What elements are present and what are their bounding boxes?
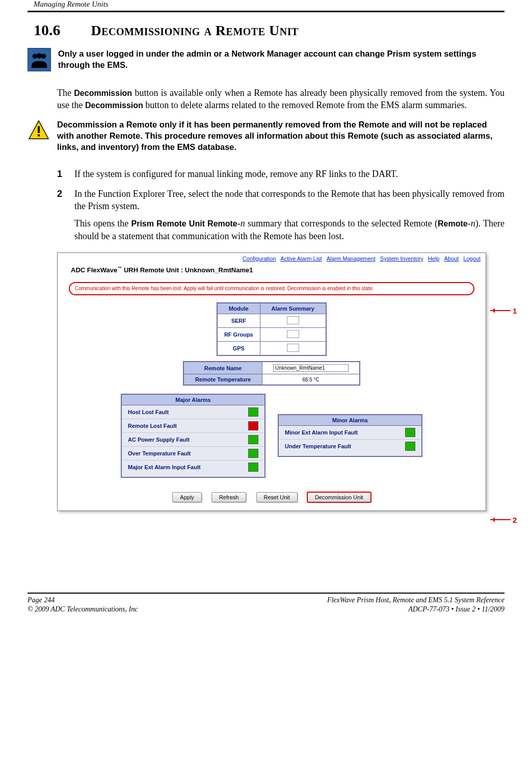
major-label-0: Host Lost Fault [128, 409, 169, 415]
step-2: In the Function Explorer Tree, select th… [57, 188, 504, 242]
s2b-i1: n [241, 218, 245, 228]
alarm-cell-rfgroups [287, 330, 299, 338]
running-header: Managing Remote Units [28, 0, 504, 9]
svg-point-2 [41, 54, 46, 59]
mod-row-gps: GPS [217, 342, 260, 356]
major-alarms-panel: Major Alarms Host Lost Fault Remote Lost… [121, 394, 265, 478]
intro-pre: The [57, 88, 74, 98]
menu-system-inventory[interactable]: System Inventory [380, 255, 423, 262]
step-2-text: In the Function Explorer Tree, select th… [74, 189, 504, 211]
remote-unit-title: ADC FlexWave™ URH Remote Unit : Unknown_… [58, 263, 486, 282]
reset-unit-button[interactable]: Reset Unit [256, 492, 298, 502]
mod-row-serf: SERF [217, 314, 260, 328]
menu-alarm-management[interactable]: Alarm Management [327, 255, 376, 262]
apply-button[interactable]: Apply [172, 492, 202, 502]
minor-alarms-title: Minor Alarms [279, 415, 421, 426]
callout-1: 1 [490, 306, 517, 315]
major-row-4: Major Ext Alarm Input Fault [122, 461, 264, 474]
minor-alarms-panel: Minor Alarms Minor Ext Alarm Input Fault… [278, 414, 422, 457]
svg-point-1 [37, 53, 42, 58]
warning-note: Decommission a Remote only if it has bee… [57, 119, 504, 153]
status-square-green [248, 463, 258, 472]
svg-rect-4 [38, 126, 40, 133]
footer-docnum: ADCP-77-073 • Issue 2 • 11/2009 [327, 605, 504, 614]
status-square-green [248, 449, 258, 458]
major-row-3: Over Temperature Fault [122, 447, 264, 461]
callout-2: 2 [490, 516, 517, 524]
refresh-button[interactable]: Refresh [211, 492, 247, 502]
section-number: 10.6 [34, 21, 61, 39]
major-label-1: Remote Lost Fault [128, 423, 177, 429]
minor-row-0: Minor Ext Alarm Input Fault [279, 426, 421, 440]
remote-temp-label: Remote Temperature [183, 374, 262, 386]
major-row-0: Host Lost Fault [122, 405, 264, 419]
svg-rect-5 [38, 134, 40, 136]
arrow-icon [490, 310, 511, 311]
decommission-unit-button[interactable]: Decommission Unit [307, 492, 371, 502]
callout-1-label: 1 [513, 306, 517, 315]
s2b-mid: summary that corresponds to the selected… [245, 218, 438, 228]
ems-screenshot: Configuration Active Alarm List Alarm Ma… [57, 252, 486, 511]
status-square-red [248, 421, 258, 430]
minor-label-0: Minor Ext Alarm Input Fault [285, 429, 358, 436]
major-label-3: Over Temperature Fault [128, 450, 191, 456]
intro-post: button to delete alarms related to the r… [143, 100, 467, 110]
section-title: Decommissioning a Remote Unit [91, 22, 299, 39]
status-square-green [248, 435, 258, 444]
minor-label-1: Under Temperature Fault [285, 443, 351, 449]
title-prefix: ADC FlexWave [71, 266, 117, 274]
admin-note: Only a user logged in under the admin or… [58, 48, 504, 71]
remote-info-table: Remote Name Remote Temperature 66.5 °C [183, 361, 360, 386]
mod-header-module: Module [217, 303, 260, 314]
page-footer: Page 244 © 2009 ADC Telecommunications, … [28, 593, 504, 614]
intro-b1: Decommission [74, 89, 132, 97]
status-square-green [248, 407, 258, 417]
footer-copyright: © 2009 ADC Telecommunications, Inc [28, 605, 138, 614]
major-alarms-title: Major Alarms [122, 395, 264, 405]
step-2-continue: This opens the Prism Remote Unit Remote-… [74, 217, 504, 242]
major-label-2: AC Power Supply Fault [128, 437, 190, 443]
arrow-icon [490, 519, 511, 520]
menu-configuration[interactable]: Configuration [243, 255, 276, 262]
s2b-b2: Remote [438, 219, 468, 228]
alarm-cell-serf [287, 316, 299, 324]
title-suffix: URH Remote Unit : Unknown_RmtName1 [122, 266, 253, 274]
major-row-2: AC Power Supply Fault [122, 433, 264, 447]
remote-name-label: Remote Name [183, 362, 262, 374]
remote-name-input[interactable] [273, 364, 349, 372]
users-icon [28, 48, 51, 71]
button-row: Apply Refresh Reset Unit Decommission Un… [58, 487, 486, 510]
step-1: If the system is configured for manual l… [57, 168, 504, 180]
intro-paragraph: The Decommission button is available onl… [57, 87, 504, 112]
s2b-i2: n [471, 218, 475, 228]
alarm-cell-gps [287, 344, 299, 352]
header-rule [28, 11, 504, 12]
major-row-1: Remote Lost Fault [122, 419, 264, 433]
communication-lost-banner: Communication with this Remote has been … [69, 282, 474, 295]
module-alarm-table: Module Alarm Summary SERF RF Groups GPS [217, 302, 327, 356]
svg-point-0 [33, 54, 37, 59]
status-square-green [405, 442, 415, 451]
warning-icon [28, 119, 50, 141]
footer-rule [28, 593, 504, 594]
remote-temp-value: 66.5 °C [262, 374, 360, 386]
s2b-pre: This opens the [74, 218, 131, 228]
mod-row-rfgroups: RF Groups [217, 328, 260, 342]
menu-active-alarm-list[interactable]: Active Alarm List [280, 255, 322, 262]
s2b-b1: Prism Remote Unit Remote [131, 219, 237, 228]
callout-2-label: 2 [513, 516, 517, 524]
menu-about[interactable]: About [444, 255, 459, 262]
status-square-green [405, 428, 415, 437]
menu-help[interactable]: Help [428, 255, 440, 262]
major-label-4: Major Ext Alarm Input Fault [128, 464, 201, 470]
footer-page: Page 244 [28, 596, 138, 605]
minor-row-1: Under Temperature Fault [279, 440, 421, 453]
footer-ref: FlexWave Prism Host, Remote and EMS 5.1 … [327, 596, 504, 605]
top-menu: Configuration Active Alarm List Alarm Ma… [58, 253, 486, 263]
menu-logout[interactable]: Logout [463, 255, 481, 262]
mod-header-alarm: Alarm Summary [260, 303, 326, 314]
intro-b2: Decommission [85, 101, 143, 110]
